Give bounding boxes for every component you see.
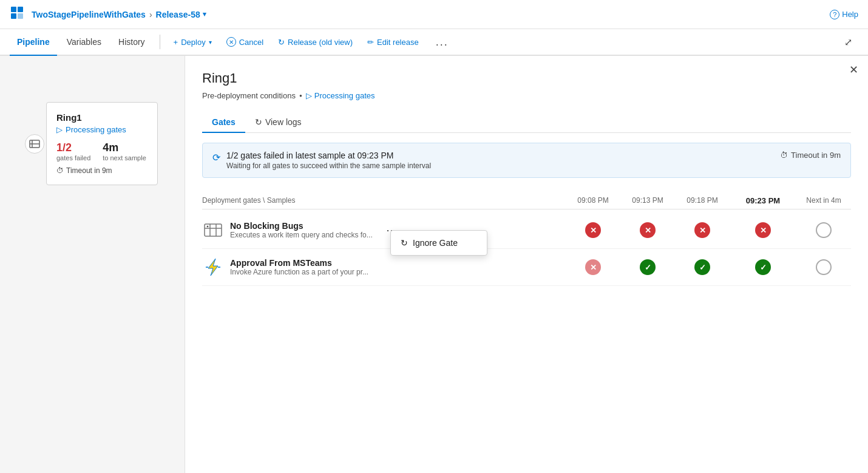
stage-status: ▷ Processing gates [56, 125, 147, 134]
help-link[interactable]: ? Help [830, 10, 858, 19]
stage-metrics: 1/2 gates failed 4m to next sample [56, 141, 147, 162]
sample-4-approval: ✓ [730, 259, 796, 275]
clock-icon: ⏱ [56, 166, 64, 175]
gates-failed-metric: 1/2 gates failed [56, 141, 90, 162]
help-icon: ? [830, 10, 839, 19]
col-header-gates: Deployment gates \ Samples [202, 196, 566, 205]
tab-view-logs[interactable]: ↻ View logs [245, 112, 311, 133]
gate-row-approval-msteams: Approval From MSTeams Invoke Azure funct… [202, 249, 851, 286]
detail-breadcrumb: Pre-deployment conditions ● ▷ Processing… [202, 91, 851, 100]
play-icon: ▷ [56, 125, 63, 134]
ignore-gate-icon: ↻ [401, 238, 408, 248]
col-header-3: 09:18 PM [675, 196, 730, 205]
gate-info-approval: Approval From MSTeams Invoke Azure funct… [202, 256, 566, 278]
gate-text-approval: Approval From MSTeams Invoke Azure funct… [230, 258, 368, 276]
svg-rect-3 [18, 13, 23, 19]
detail-tabs: Gates ↻ View logs [202, 112, 851, 133]
processing-gates-link[interactable]: ▷ Processing gates [306, 91, 375, 100]
svg-rect-0 [11, 7, 16, 12]
top-bar: TwoStagePipelineWithGates › Release-58 ▾… [0, 0, 868, 29]
sample-4-no-blocking: ✕ [730, 222, 796, 238]
banner-left: ⟳ 1/2 gates failed in latest sample at 0… [212, 151, 431, 170]
expand-icon: ⤢ [844, 36, 852, 48]
breadcrumb: TwoStagePipelineWithGates › Release-58 ▾ [32, 10, 206, 19]
main-layout: Ring1 ▷ Processing gates 1/2 gates faile… [0, 56, 868, 473]
toolbar-separator [160, 35, 160, 49]
pipeline-stage-ring1[interactable]: Ring1 ▷ Processing gates 1/2 gates faile… [46, 102, 158, 185]
tab-pipeline[interactable]: Pipeline [10, 29, 57, 56]
play-icon-small: ▷ [306, 91, 312, 100]
sample-2-approval: ✓ [620, 259, 675, 275]
clock-icon-banner: ⏱ [780, 151, 788, 160]
sample-2-no-blocking: ✕ [620, 222, 675, 238]
edit-release-button[interactable]: ✏ Edit release [361, 32, 425, 52]
refresh-icon: ↻ [278, 38, 285, 47]
ignore-gate-menu-item[interactable]: ↻ Ignore Gate [391, 233, 487, 253]
old-view-button[interactable]: ↻ Release (old view) [272, 32, 359, 52]
svg-rect-2 [11, 13, 16, 19]
gates-table-header: Deployment gates \ Samples 09:08 PM 09:1… [202, 192, 851, 209]
stage-name: Ring1 [56, 112, 147, 123]
sample-next-no-blocking [796, 222, 851, 238]
banner-sub-text: Waiting for all gates to succeed within … [226, 162, 431, 170]
gate-icon-approval [202, 256, 224, 278]
pre-deployment-link[interactable]: Pre-deployment conditions [202, 91, 296, 100]
context-menu: ↻ Ignore Gate [390, 230, 487, 256]
tab-gates[interactable]: Gates [202, 112, 245, 133]
more-options-button[interactable]: ... [430, 32, 455, 52]
toolbar: Pipeline Variables History + Deploy ▾ ✕ … [0, 29, 868, 56]
detail-panel: ✕ Ring1 Pre-deployment conditions ● ▷ Pr… [185, 56, 868, 473]
expand-button[interactable]: ⤢ [838, 32, 858, 52]
close-button[interactable]: ✕ [849, 63, 858, 77]
release-name[interactable]: Release-58 ▾ [156, 10, 206, 19]
cancel-button[interactable]: ✕ Cancel [220, 32, 270, 52]
timeout-label: ⏱ Timeout in 9m [56, 166, 147, 175]
gate-info-no-blocking: No Blocking Bugs Executes a work item qu… [202, 219, 566, 241]
sample-next-approval [796, 259, 851, 275]
tab-variables[interactable]: Variables [59, 29, 109, 56]
app-logo-icon [10, 5, 24, 23]
gate-icon-no-blocking [202, 219, 224, 241]
sidebar: Ring1 ▷ Processing gates 1/2 gates faile… [0, 56, 185, 473]
detail-title: Ring1 [202, 70, 851, 86]
svg-rect-1 [18, 7, 23, 12]
col-header-4: 09:23 PM [730, 196, 796, 205]
gate-row-no-blocking-bugs: No Blocking Bugs Executes a work item qu… [202, 212, 851, 249]
gate-text-no-blocking: No Blocking Bugs Executes a work item qu… [230, 221, 373, 239]
banner-timeout: ⏱ Timeout in 9m [780, 151, 841, 160]
banner-text-block: 1/2 gates failed in latest sample at 09:… [226, 151, 431, 170]
sample-1-no-blocking: ✕ [566, 222, 620, 238]
status-banner: ⟳ 1/2 gates failed in latest sample at 0… [202, 143, 851, 178]
tab-history[interactable]: History [111, 29, 152, 56]
col-header-5: Next in 4m [796, 196, 851, 205]
plus-icon: + [174, 38, 178, 47]
sample-1-approval: ✕ [566, 259, 620, 275]
breadcrumb-sep: › [149, 10, 152, 19]
stage-icon [25, 134, 44, 154]
svg-marker-13 [208, 259, 218, 276]
col-header-1: 09:08 PM [566, 196, 620, 205]
sample-3-approval: ✓ [675, 259, 730, 275]
sample-3-no-blocking: ✕ [675, 222, 730, 238]
app-name[interactable]: TwoStagePipelineWithGates [32, 10, 146, 19]
col-header-2: 09:13 PM [620, 196, 675, 205]
pencil-icon: ✏ [367, 38, 374, 47]
banner-main-text: 1/2 gates failed in latest sample at 09:… [226, 151, 431, 160]
cancel-icon: ✕ [226, 37, 236, 47]
breadcrumb-dot: ● [299, 93, 302, 98]
deploy-button[interactable]: + Deploy ▾ [168, 32, 218, 52]
chevron-down-icon: ▾ [209, 39, 212, 46]
spinner-icon: ⟳ [212, 152, 220, 163]
next-sample-metric: 4m to next sample [103, 141, 146, 162]
view-logs-icon: ↻ [255, 117, 262, 127]
